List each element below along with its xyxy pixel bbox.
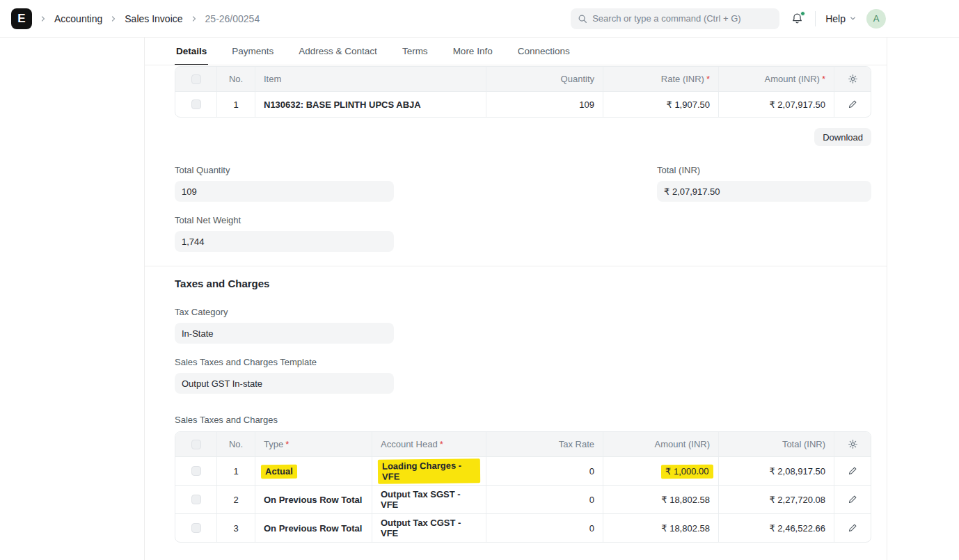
tax-row-amount: ₹ 1,000.00 [603, 457, 719, 485]
tax-row-no: 2 [217, 486, 255, 513]
tax-row-tax-rate: 0 [486, 457, 603, 485]
tax-row-total: ₹ 2,08,917.50 [719, 457, 834, 485]
grid-settings-icon[interactable] [848, 439, 858, 449]
chevron-right-icon [109, 15, 118, 23]
tax-row: 1 Actual Loading Charges - VFE 0 ₹ 1,000… [175, 456, 871, 485]
tax-row-account-head: Loading Charges - VFE [372, 457, 486, 485]
taxes-table-label: Sales Taxes and Charges [175, 415, 871, 426]
section-divider [145, 266, 887, 266]
total-inr-field: Total (INR) [657, 165, 871, 202]
tax-category-input[interactable] [175, 323, 394, 344]
items-col-item: Item [255, 67, 486, 91]
taxes-col-amount: Amount (INR) [603, 432, 719, 456]
form-tab[interactable]: Connections [516, 38, 571, 65]
tax-row-account-head: Output Tax CGST - VFE [372, 514, 486, 542]
item-row-name: N130632: BASE PLINTH UPCS ABJA [255, 92, 486, 117]
row-checkbox[interactable] [191, 495, 201, 504]
taxes-table-header: No. Type* Account Head* Tax Rate Amount … [175, 432, 871, 456]
navbar-actions: Help A [571, 8, 886, 29]
total-quantity-label: Total Quantity [175, 165, 394, 176]
form-tabs: Details Payments Address & Contact Terms… [145, 38, 887, 65]
item-row-quantity: 109 [486, 92, 603, 117]
item-row: 1 N130632: BASE PLINTH UPCS ABJA 109 ₹ 1… [175, 91, 871, 117]
tax-row-account-head: Output Tax SGST - VFE [372, 486, 486, 513]
form-tab[interactable]: Address & Contact [297, 38, 379, 65]
row-checkbox[interactable] [191, 523, 201, 533]
taxes-table: No. Type* Account Head* Tax Rate Amount … [175, 431, 871, 543]
tax-row-total: ₹ 2,46,522.66 [719, 514, 834, 542]
row-checkbox[interactable] [191, 99, 201, 109]
items-col-amount: Amount (INR)* [719, 67, 834, 91]
total-quantity-input[interactable] [175, 181, 394, 202]
items-col-no: No. [217, 67, 255, 91]
help-label: Help [825, 13, 846, 24]
select-all-checkbox[interactable] [191, 74, 201, 84]
tax-row-tax-rate: 0 [486, 514, 603, 542]
tax-row-type: Actual [255, 457, 372, 485]
edit-row-icon[interactable] [848, 495, 857, 504]
user-avatar[interactable]: A [866, 9, 886, 29]
breadcrumb: E Accounting Sales Invoice 25-26/00254 [11, 8, 260, 29]
items-table-body: 1 N130632: BASE PLINTH UPCS ABJA 109 ₹ 1… [175, 91, 871, 117]
item-row-amount: ₹ 2,07,917.50 [719, 92, 834, 117]
global-search[interactable] [571, 8, 779, 29]
sales-invoice-form: Details Payments Address & Contact Terms… [144, 38, 887, 560]
total-net-weight-field: Total Net Weight [175, 215, 394, 252]
tax-category-field: Tax Category [175, 307, 394, 344]
tax-row-no: 3 [217, 514, 255, 542]
tax-category-row: Tax Category [175, 307, 871, 344]
breadcrumb-accounting[interactable]: Accounting [54, 13, 102, 24]
totals-row-2: Total Net Weight [175, 215, 871, 252]
help-menu[interactable]: Help [825, 13, 857, 24]
total-quantity-field: Total Quantity [175, 165, 394, 202]
taxes-template-field: Sales Taxes and Charges Template [175, 357, 394, 394]
select-all-checkbox[interactable] [191, 440, 201, 449]
row-checkbox[interactable] [191, 466, 201, 476]
form-tab[interactable]: Payments [230, 38, 275, 65]
total-net-weight-input[interactable] [175, 231, 394, 252]
taxes-col-account-head: Account Head* [372, 432, 486, 456]
items-table-header: No. Item Quantity Rate (INR)* Amount (IN… [175, 67, 871, 91]
edit-row-icon[interactable] [848, 523, 857, 533]
total-inr-label: Total (INR) [657, 165, 871, 176]
taxes-col-total: Total (INR) [719, 432, 834, 456]
notifications-button[interactable] [789, 10, 805, 26]
form-tab[interactable]: More Info [452, 38, 494, 65]
app-logo-letter: E [17, 12, 25, 26]
search-icon [578, 14, 587, 24]
breadcrumb-current-invoice: 25-26/00254 [205, 13, 260, 24]
chevron-right-icon [39, 15, 47, 23]
totals-row-1: Total Quantity Total (INR) [175, 165, 871, 202]
search-input[interactable] [592, 13, 772, 24]
tax-category-label: Tax Category [175, 307, 394, 318]
item-row-rate: ₹ 1,907.50 [603, 92, 719, 117]
edit-row-icon[interactable] [848, 466, 857, 476]
app-logo[interactable]: E [11, 8, 32, 29]
chevron-down-icon [849, 15, 857, 22]
tax-row-type: On Previous Row Total [255, 486, 372, 513]
chevron-right-icon [190, 15, 198, 23]
grid-settings-icon[interactable] [848, 74, 858, 84]
items-col-quantity: Quantity [486, 67, 603, 91]
taxes-col-tax-rate: Tax Rate [486, 432, 603, 456]
tax-row: 2 On Previous Row Total Output Tax SGST … [175, 485, 871, 513]
taxes-table-body: 1 Actual Loading Charges - VFE 0 ₹ 1,000… [175, 456, 871, 542]
notification-dot [800, 11, 805, 16]
form-tab[interactable]: Details [175, 38, 208, 65]
taxes-template-label: Sales Taxes and Charges Template [175, 357, 394, 368]
tax-row-total: ₹ 2,27,720.08 [719, 486, 834, 513]
details-tab-content: No. Item Quantity Rate (INR)* Amount (IN… [145, 66, 887, 252]
tax-row-amount: ₹ 18,802.58 [603, 514, 719, 542]
items-table: No. Item Quantity Rate (INR)* Amount (IN… [175, 66, 871, 118]
total-inr-input[interactable] [657, 181, 871, 202]
navbar: E Accounting Sales Invoice 25-26/00254 [0, 0, 959, 38]
taxes-col-type: Type* [255, 432, 372, 456]
items-actions: Download [175, 128, 871, 146]
breadcrumb-sales-invoice[interactable]: Sales Invoice [125, 13, 182, 24]
avatar-initial: A [873, 13, 880, 24]
form-tab[interactable]: Terms [401, 38, 429, 65]
edit-row-icon[interactable] [848, 99, 857, 109]
taxes-section-heading: Taxes and Charges [175, 278, 871, 290]
taxes-template-input[interactable] [175, 373, 394, 394]
download-button[interactable]: Download [814, 128, 871, 146]
